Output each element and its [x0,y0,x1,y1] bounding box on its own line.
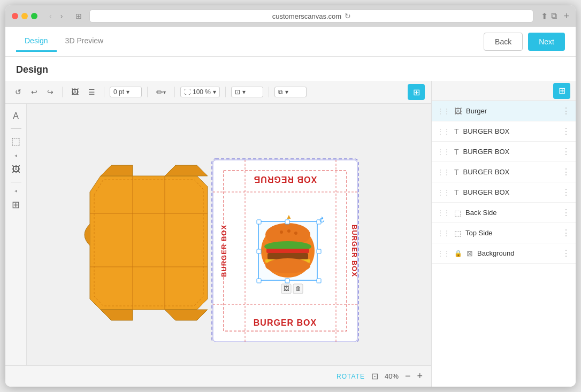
app-header: Design 3D Preview Back Next [5,27,576,57]
layer-name-2: BURGER BOX [463,148,557,156]
tab-design[interactable]: Design [16,31,57,52]
layer-drag-handle-0[interactable]: ⋮⋮ [437,107,450,115]
svg-rect-37 [285,279,289,283]
toolbar-sep-4 [174,87,175,97]
layers-icon: ⊞ [413,87,420,97]
back-nav-button[interactable]: ‹ [46,11,55,21]
layer-menu-2[interactable]: ⋮ [562,147,570,157]
layer-menu-5[interactable]: ⋮ [562,207,570,218]
tools-divider-2 [11,182,21,182]
layer-item-4[interactable]: ⋮⋮ T BURGER BOX ⋮ [432,182,576,203]
layer-menu-6[interactable]: ⋮ [562,228,570,238]
layers-panel-icon: ⊞ [559,86,565,96]
layer-icon-5: ⬚ [454,209,461,217]
address-bar[interactable]: customerscanvas.com ↻ [89,10,533,22]
layer-item-1[interactable]: ⋮⋮ T BURGER BOX ⋮ [432,121,576,142]
layer-icon-2: T [454,148,459,156]
layer-name-1: BURGER BOX [463,127,557,135]
redo-button[interactable]: ↪ [44,86,57,98]
refresh-button[interactable]: ↻ [345,12,351,20]
layer-name-6: Top Side [465,229,557,237]
align-button[interactable]: ☰ [85,86,98,98]
share-button[interactable]: ⬆ [541,11,548,21]
left-tools-panel: A ⬚ ◂ 🖼 ◂ ⊞ [5,104,27,365]
layer-menu-7[interactable]: ⋮ [562,248,570,258]
layer-item-2[interactable]: ⋮⋮ T BURGER BOX ⋮ [432,142,576,162]
tab-3d-preview[interactable]: 3D Preview [57,31,112,52]
layer-drag-handle-2[interactable]: ⋮⋮ [437,148,450,156]
layers-list: ⋮⋮ 🖼 Burger ⋮ ⋮⋮ T BURGER BOX ⋮ ⋮⋮ [432,101,576,387]
layer-menu-1[interactable]: ⋮ [562,126,570,136]
transform-tool-button[interactable]: ⬚ [8,133,24,149]
forward-nav-button[interactable]: › [57,11,66,21]
layer-name-5: Back Side [465,209,557,217]
next-button[interactable]: Next [528,33,565,51]
undo-button[interactable]: ↩ [28,86,41,98]
svg-point-24 [280,230,283,234]
layer-item-top-side[interactable]: ⋮⋮ ⬚ Top Side ⋮ [432,223,576,243]
left-orange-panel [85,165,208,320]
opacity-dropdown[interactable]: ⛶ 100 % ▾ [180,87,220,97]
header-tabs: Design 3D Preview [16,31,484,52]
layer-menu-0[interactable]: ⋮ [562,106,570,116]
layer-item-3[interactable]: ⋮⋮ T BURGER BOX ⋮ [432,162,576,182]
zoom-fit-button[interactable]: ⊡ [371,371,378,381]
layer-drag-handle-7[interactable]: ⋮⋮ [437,250,450,257]
canvas-svg: XOB REGRUБ BURGER BOX BURGER BOX BURGER … [63,128,395,342]
app-content: Design 3D Preview Back Next Design ↺ ↩ ↪ [5,27,576,387]
svg-rect-35 [317,279,321,283]
layers-button[interactable]: ⊞ [408,84,425,100]
maximize-button[interactable] [31,13,37,19]
stroke-chevron: ▾ [126,88,129,96]
sidebar-toggle-button[interactable]: ⊞ [72,11,85,21]
layer-item-burger[interactable]: ⋮⋮ 🖼 Burger ⋮ [432,101,576,121]
qr-tool-button[interactable]: ⊞ [8,197,24,213]
text-tool-button[interactable]: A [8,108,24,124]
svg-text:BURGER BOX: BURGER BOX [220,224,228,276]
right-panel-header: ⊞ [432,81,576,101]
svg-marker-9 [165,310,208,320]
browser-titlebar: ‹ › ⊞ customerscanvas.com ↻ ⬆ ⧉ + [5,5,576,27]
layer-item-background[interactable]: ⋮⋮ 🔒 ⊠ Background ⋮ [432,243,576,264]
layer-menu-4[interactable]: ⋮ [562,187,570,197]
image-insert-button[interactable]: 🖼 [8,162,24,178]
zoom-in-button[interactable]: + [417,371,423,382]
crop-dropdown[interactable]: ⊡▾ [231,87,263,97]
tools-arrow-2: ◂ [14,188,17,194]
canvas-wrapper: ↺ ↩ ↪ 🖼 ☰ 0 pt ▾ ✏▾ [5,81,431,387]
back-button[interactable]: Back [484,33,523,51]
crop-chevron: ▾ [242,88,246,96]
toolbar-sep-6 [269,87,269,97]
undo-reset-button[interactable]: ↺ [12,86,25,98]
new-window-button[interactable]: ⧉ [551,11,557,21]
layer-drag-handle-1[interactable]: ⋮⋮ [437,128,450,135]
layer-drag-handle-4[interactable]: ⋮⋮ [437,189,450,196]
layer-drag-handle-3[interactable]: ⋮⋮ [437,168,450,176]
close-button[interactable] [12,13,18,19]
zoom-out-button[interactable]: − [405,371,411,382]
minimize-button[interactable] [21,13,28,19]
layer-name-3: BURGER BOX [463,168,557,176]
rotate-button[interactable]: ROTATE [337,373,365,380]
tools-divider-1 [11,128,21,129]
layer-item-back-side[interactable]: ⋮⋮ ⬚ Back Side ⋮ [432,203,576,223]
stroke-dropdown[interactable]: 0 pt ▾ [110,87,142,97]
color-button[interactable]: ✏▾ [153,85,169,99]
svg-rect-28 [266,249,309,253]
tools-arrow-1: ◂ [14,152,17,158]
page-title-bar: Design [5,57,576,81]
svg-marker-0 [90,176,208,310]
svg-text:🗑: 🗑 [295,285,301,291]
svg-marker-7 [101,310,133,320]
bottom-bar: ROTATE ⊡ 40% − + [5,365,431,387]
layer-drag-handle-6[interactable]: ⋮⋮ [437,229,450,237]
layer-menu-3[interactable]: ⋮ [562,167,570,177]
arrange-dropdown[interactable]: ⧉▾ [274,87,307,97]
arrange-chevron: ▾ [285,88,288,96]
layers-toggle-button[interactable]: ⊞ [553,83,570,99]
image-toolbar-button[interactable]: 🖼 [68,86,82,98]
layer-drag-handle-5[interactable]: ⋮⋮ [437,209,450,217]
new-tab-button[interactable]: + [563,11,569,22]
canvas-area[interactable]: XOB REGRUБ BURGER BOX BURGER BOX BURGER … [27,104,431,365]
svg-rect-34 [257,279,261,283]
